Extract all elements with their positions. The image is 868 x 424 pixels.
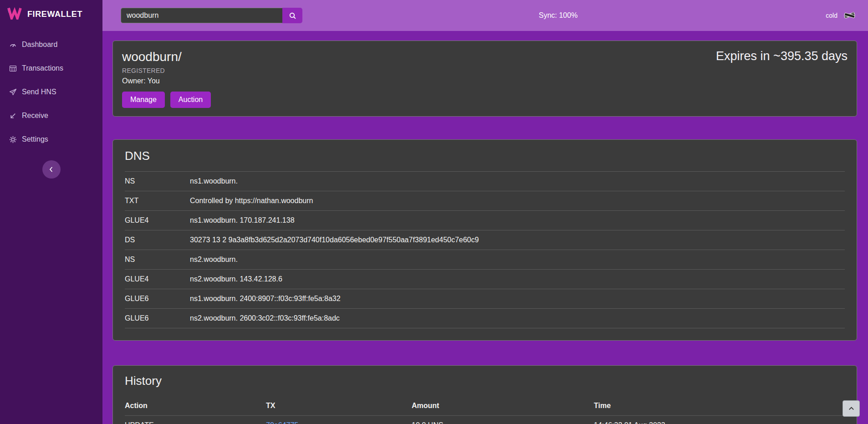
domain-name: woodburn/ — [122, 49, 182, 65]
domain-card-header: woodburn/ Expires in ~395.35 days — [122, 49, 848, 65]
chevron-up-icon — [848, 405, 855, 412]
search-button[interactable] — [282, 8, 302, 23]
brand-title: FIREWALLET — [27, 10, 82, 19]
receive-icon — [9, 112, 17, 120]
history-col-tx: TX — [266, 402, 412, 410]
domain-owner: Owner: You — [122, 77, 848, 85]
wallet-mode-icon[interactable] — [842, 8, 858, 23]
history-header-row: Action TX Amount Time — [125, 396, 845, 416]
transactions-icon — [9, 65, 17, 72]
dns-record-type: GLUE6 — [125, 314, 190, 322]
dns-record-row: TXT Controlled by https://nathan.woodbur… — [125, 191, 845, 211]
history-card: History Action TX Amount Time UPDATE 70e… — [112, 365, 857, 424]
send-icon — [9, 88, 17, 96]
sidebar-item-transactions[interactable]: Transactions — [0, 56, 102, 80]
sync-status: Sync: 100% — [539, 11, 577, 20]
dns-record-row: GLUE4 ns1.woodburn. 170.187.241.138 — [125, 211, 845, 230]
dns-table: NS ns1.woodburn. TXT Controlled by https… — [125, 171, 845, 328]
dns-record-value: ns2.woodburn. — [190, 255, 845, 264]
firewallet-logo-icon — [7, 7, 23, 21]
wallet-mode-label: cold — [826, 12, 837, 19]
wallet-mode-group: cold — [826, 8, 858, 23]
dns-record-value: ns1.woodburn. — [190, 177, 845, 185]
dns-record-row: NS ns1.woodburn. — [125, 171, 845, 191]
history-title: History — [125, 374, 845, 388]
dns-record-value: ns2.woodburn. 2600:3c02::f03c:93ff:fe5a:… — [190, 314, 845, 322]
dashboard-icon — [9, 41, 17, 49]
history-col-action: Action — [125, 402, 266, 410]
tx-link[interactable]: 70e64775... — [266, 421, 305, 424]
history-amount: 10.0 HNS — [412, 421, 594, 424]
dns-record-row: NS ns2.woodburn. — [125, 250, 845, 270]
dns-record-row: GLUE6 ns1.woodburn. 2400:8907::f03c:93ff… — [125, 289, 845, 309]
sidebar-item-dashboard[interactable]: Dashboard — [0, 33, 102, 56]
dns-record-type: GLUE6 — [125, 295, 190, 303]
dns-record-value: 30273 13 2 9a3a8fb3d625d2a2073d740f10da6… — [190, 236, 845, 244]
content: woodburn/ Expires in ~395.35 days REGIST… — [102, 31, 868, 424]
dns-card: DNS NS ns1.woodburn. TXT Controlled by h… — [112, 139, 857, 341]
sidebar-item-send-hns[interactable]: Send HNS — [0, 80, 102, 104]
domain-expiry: Expires in ~395.35 days — [716, 49, 848, 63]
history-col-amount: Amount — [412, 402, 594, 410]
sidebar-collapse-button[interactable] — [42, 160, 61, 179]
main-column: Sync: 100% cold woodburn/ Expires in ~39… — [102, 0, 868, 424]
sidebar-item-label: Settings — [22, 135, 48, 143]
sidebar: FIREWALLET Dashboard Tran — [0, 0, 102, 424]
sidebar-item-label: Transactions — [22, 64, 63, 72]
dns-record-value: ns1.woodburn. 170.187.241.138 — [190, 216, 845, 225]
manage-button[interactable]: Manage — [122, 92, 165, 108]
auction-button[interactable]: Auction — [170, 92, 211, 108]
sidebar-item-receive[interactable]: Receive — [0, 104, 102, 128]
settings-icon — [9, 136, 17, 143]
dns-record-row: DS 30273 13 2 9a3a8fb3d625d2a2073d740f10… — [125, 230, 845, 250]
search-icon — [289, 12, 296, 20]
domain-status: REGISTERED — [122, 67, 848, 74]
chevron-left-icon — [48, 166, 55, 173]
sidebar-item-label: Dashboard — [22, 41, 57, 49]
history-time: 14:46:32 01 Aug 2023 — [594, 421, 845, 424]
history-col-time: Time — [594, 402, 845, 410]
dns-record-type: TXT — [125, 197, 190, 205]
topbar: Sync: 100% cold — [102, 0, 868, 31]
dns-record-type: GLUE4 — [125, 216, 190, 225]
sidebar-nav: Dashboard Transactions Send HNS — [0, 33, 102, 151]
sidebar-item-settings[interactable]: Settings — [0, 128, 102, 151]
dns-record-type: NS — [125, 177, 190, 185]
dns-record-value: Controlled by https://nathan.woodburn — [190, 197, 845, 205]
dns-record-type: GLUE4 — [125, 275, 190, 283]
dns-record-value: ns2.woodburn. 143.42.128.6 — [190, 275, 845, 283]
dns-record-type: DS — [125, 236, 190, 244]
dns-record-row: GLUE6 ns2.woodburn. 2600:3c02::f03c:93ff… — [125, 309, 845, 328]
history-tx: 70e64775... — [266, 421, 412, 424]
dns-record-row: GLUE4 ns2.woodburn. 143.42.128.6 — [125, 270, 845, 289]
dns-record-value: ns1.woodburn. 2400:8907::f03c:93ff:fe5a:… — [190, 295, 845, 303]
history-action: UPDATE — [125, 421, 266, 424]
dns-record-type: NS — [125, 255, 190, 264]
dns-title: DNS — [125, 149, 845, 163]
domain-card: woodburn/ Expires in ~395.35 days REGIST… — [112, 41, 857, 117]
domain-actions: Manage Auction — [122, 92, 848, 108]
sidebar-item-label: Receive — [22, 112, 48, 120]
search-input[interactable] — [121, 8, 282, 23]
history-row: UPDATE 70e64775... 10.0 HNS 14:46:32 01 … — [125, 416, 845, 424]
sidebar-item-label: Send HNS — [22, 88, 56, 96]
search-group — [121, 8, 302, 23]
brand[interactable]: FIREWALLET — [0, 0, 102, 28]
scroll-top-button[interactable] — [842, 400, 860, 417]
